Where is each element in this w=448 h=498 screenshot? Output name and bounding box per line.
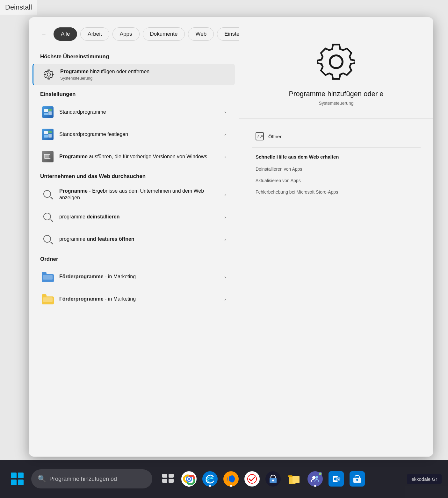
web-item-2[interactable]: programme deinstallieren › <box>33 206 235 228</box>
settings-item-2-content: Standardprogramme festlegen <box>59 131 219 138</box>
web-help-label: Schnelle Hilfe aus dem Web erhalten <box>256 154 417 160</box>
open-action[interactable]: ↗ Öffnen <box>252 128 421 145</box>
web-item-1-title: Programme - Ergebnisse aus dem Unternehm… <box>59 188 219 201</box>
best-match-item[interactable]: Programme hinzufügen oder entfernen Syst… <box>33 64 235 85</box>
svg-rect-17 <box>162 474 167 478</box>
svg-rect-20 <box>169 479 174 483</box>
deinstall-label: Deinstall <box>0 0 37 15</box>
settings-item-1-title: Standardprogramme <box>59 109 219 116</box>
tab-alle[interactable]: Alle <box>54 27 77 41</box>
firefox-icon <box>223 471 239 487</box>
store-button[interactable] <box>348 470 366 488</box>
folder-item-1-arrow: › <box>224 274 226 280</box>
web-item-3-title: programme und features öffnen <box>59 236 219 243</box>
best-match-title: Programme hinzufügen oder entfernen <box>60 68 226 75</box>
firefox-button[interactable] <box>222 470 240 488</box>
divider-1 <box>252 147 421 148</box>
task-view-button[interactable] <box>159 470 177 488</box>
outlook-button[interactable] <box>327 470 345 488</box>
edge-icon <box>202 471 218 487</box>
settings-item-1-content: Standardprogramme <box>59 109 219 116</box>
web-search-icon-2 <box>41 211 54 224</box>
best-match-subtitle: Systemsteuerung <box>60 76 226 81</box>
settings-item-3[interactable]: Programme ausführen, die für vorherige V… <box>33 146 235 167</box>
taskbar-search[interactable]: 🔍 Programme hinzufügen od <box>31 469 152 488</box>
start-button[interactable] <box>6 468 28 490</box>
web-item-3[interactable]: programme und features öffnen › <box>33 229 235 250</box>
vpn-button[interactable] <box>264 470 282 488</box>
best-match-content: Programme hinzufügen oder entfernen Syst… <box>60 68 226 81</box>
edge-dot <box>209 485 211 487</box>
svg-point-31 <box>312 476 315 479</box>
outlook-icon <box>329 471 344 487</box>
folder-yellow-icon <box>41 293 54 306</box>
store-icon <box>350 471 365 487</box>
tab-arbeit[interactable]: Arbeit <box>80 27 109 41</box>
svg-rect-7 <box>48 131 52 133</box>
tab-dokumente[interactable]: Dokumente <box>143 27 185 41</box>
settings-item-1[interactable]: Standardprogramme › <box>33 101 235 123</box>
svg-rect-29 <box>288 475 293 477</box>
chrome-dot <box>188 485 190 487</box>
tab-web[interactable]: Web <box>188 27 214 41</box>
vpn-icon <box>265 471 281 487</box>
web-item-3-arrow: › <box>224 237 226 242</box>
web-help-action[interactable]: Schnelle Hilfe aus dem Web erhalten <box>252 150 421 163</box>
nav-back-button[interactable]: ← <box>38 28 50 40</box>
svg-rect-2 <box>44 113 48 115</box>
web-header: Unternehmen und das Web durchsuchen <box>29 168 239 183</box>
svg-rect-15 <box>11 480 17 485</box>
edge-button[interactable] <box>201 470 219 488</box>
tab-einstellungen[interactable]: Einstellungen <box>217 27 239 41</box>
svg-rect-10 <box>45 155 49 158</box>
web-item-2-title: programme deinstallieren <box>59 214 219 220</box>
checkpoint-button[interactable] <box>243 470 261 488</box>
taskbar-search-text: Programme hinzufügen od <box>49 476 117 482</box>
folder-item-1[interactable]: Förderprogramme - in Marketing › <box>33 266 235 288</box>
web-item-1[interactable]: Programme - Ergebnisse aus dem Unternehm… <box>33 183 235 206</box>
right-panel-gear-icon <box>317 43 355 81</box>
folder-item-2-title: Förderprogramme - in Marketing <box>59 296 219 302</box>
settings-item-2[interactable]: Standardprogramme festlegen › <box>33 124 235 145</box>
taskbar-right: ekkodale Gr <box>407 474 442 484</box>
sub-action-1[interactable]: Deinstallieren von Apps <box>252 163 421 175</box>
folder-item-1-title: Förderprogramme - in Marketing <box>59 274 219 280</box>
settings-header: Einstellungen <box>29 86 239 101</box>
taskbar: 🔍 Programme hinzufügen od <box>0 460 448 498</box>
sub-action-3[interactable]: Fehlerbehebung bei Microsoft Store-Apps <box>252 186 421 198</box>
svg-point-0 <box>47 73 51 76</box>
right-panel-title: Programme hinzufügen oder e <box>289 90 383 98</box>
folder-item-2[interactable]: Förderprogramme - in Marketing › <box>33 288 235 310</box>
folder-header: Ordner <box>29 251 239 266</box>
folder-item-2-content: Förderprogramme - in Marketing <box>59 296 219 302</box>
teams-dot <box>314 485 316 487</box>
ekkodale-badge[interactable]: ekkodale Gr <box>407 474 442 484</box>
sub-action-2[interactable]: Aktualisieren von Apps <box>252 175 421 186</box>
settings-item-3-arrow: › <box>224 154 226 159</box>
teams-button[interactable] <box>306 470 324 488</box>
svg-rect-1 <box>44 109 48 112</box>
web-item-1-arrow: › <box>224 192 226 197</box>
taskbar-search-icon: 🔍 <box>38 475 46 483</box>
svg-rect-3 <box>48 109 52 111</box>
svg-point-34 <box>334 478 336 480</box>
open-label: Öffnen <box>268 134 283 139</box>
settings-gear-icon <box>42 68 55 81</box>
svg-rect-16 <box>18 480 24 485</box>
chrome-button[interactable] <box>180 470 198 488</box>
left-panel: ← Alle Arbeit Apps Dokumente Web Einstel… <box>29 17 239 457</box>
teams-icon <box>307 471 323 487</box>
checkpoint-icon <box>244 471 260 487</box>
svg-rect-13 <box>11 473 17 478</box>
files-button[interactable] <box>285 470 303 488</box>
search-popup: ← Alle Arbeit Apps Dokumente Web Einstel… <box>29 17 433 457</box>
web-item-3-content: programme und features öffnen <box>59 236 219 243</box>
settings-item-3-content: Programme ausführen, die für vorherige V… <box>59 153 219 160</box>
right-panel-header: Programme hinzufügen oder e Systemsteuer… <box>239 17 433 119</box>
open-external-icon: ↗ <box>256 132 264 140</box>
web-search-icon-1 <box>41 188 54 201</box>
svg-point-32 <box>315 476 318 479</box>
files-icon <box>286 471 302 487</box>
tab-apps[interactable]: Apps <box>112 27 140 41</box>
web-item-2-arrow: › <box>224 215 226 220</box>
